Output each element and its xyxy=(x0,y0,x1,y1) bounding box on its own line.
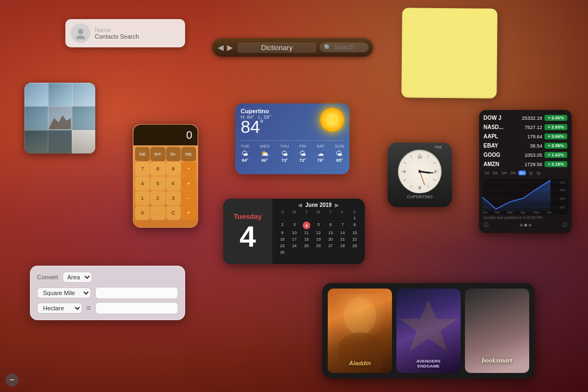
dict-back-icon[interactable]: ◀ xyxy=(217,43,225,52)
weather-sun-icon xyxy=(320,108,344,132)
time-btn-2y[interactable]: 2y xyxy=(535,170,541,175)
stock-name-nasd: NASD... xyxy=(483,124,506,130)
calc-btn-9[interactable]: 9 xyxy=(166,162,181,176)
calendar-header: ◀ June 2019 ▶ xyxy=(277,202,360,208)
calendar-grid: ◀ June 2019 ▶ S M T W T F S 1 2 3 4 5 6 … xyxy=(272,199,365,264)
sticky-note[interactable] xyxy=(401,8,497,99)
clock-city-label: CUPERTINO xyxy=(407,194,433,199)
stock-change-dowj: + 2.06% xyxy=(544,115,567,121)
time-btn-1w[interactable]: 1w xyxy=(492,170,499,175)
aladdin-title: Aladdin xyxy=(328,360,392,366)
svg-text:Jun: Jun xyxy=(547,211,552,214)
converter-to-input[interactable] xyxy=(95,302,178,314)
svg-point-1 xyxy=(76,35,85,39)
calendar-date-num: 4 xyxy=(240,222,256,251)
calc-btn-5[interactable]: 5 xyxy=(150,176,165,191)
avengers-poster: AVENGERSENDGAME xyxy=(396,289,461,373)
calendar-today[interactable]: 4 xyxy=(303,222,310,229)
calc-buttons: mc m+ m- mc 7 8 9 ÷ 4 5 6 × 1 2 3 − 0 . … xyxy=(133,145,198,222)
contacts-search-label: Contacts Search xyxy=(95,33,180,40)
stock-row-dowj[interactable]: DOW J 25332.18 + 2.06% xyxy=(479,113,572,122)
converter-to-unit[interactable]: Hectare xyxy=(37,303,82,314)
calc-btn-3[interactable]: 3 xyxy=(166,191,181,205)
weather-day-sun: SUN 🌤 85° xyxy=(335,144,344,163)
calc-btn-1[interactable]: 1 xyxy=(135,191,150,205)
calc-btn-mminus[interactable]: m- xyxy=(166,147,181,161)
svg-line-13 xyxy=(411,156,412,158)
photo-cell-6 xyxy=(72,106,95,130)
dict-forward-icon[interactable]: ▶ xyxy=(226,43,234,52)
calc-display: 0 xyxy=(133,125,198,145)
photo-widget[interactable] xyxy=(24,83,95,154)
stock-row-ebay[interactable]: EBAY 36.54 + 2.58% xyxy=(479,141,572,150)
calc-btn-0[interactable]: 0 xyxy=(135,206,150,220)
stocks-widget: DOW J 25332.18 + 2.06% NASD... 7527.12 +… xyxy=(479,110,572,233)
svg-point-21 xyxy=(419,170,421,173)
avengers-title: AVENGERSENDGAME xyxy=(396,359,461,369)
svg-text:Jan: Jan xyxy=(482,211,488,214)
weather-day-tue: TUE 🌤 84° xyxy=(241,144,249,163)
dict-search-input[interactable] xyxy=(334,44,372,51)
stock-row-goog[interactable]: GOOG 1053.05 + 1.62% xyxy=(479,150,572,160)
converter-from-unit[interactable]: Square Mile xyxy=(37,287,91,298)
svg-line-10 xyxy=(404,180,406,181)
converter-equals: = xyxy=(87,304,91,313)
calc-btn-subtract[interactable]: − xyxy=(181,191,196,205)
svg-text:May: May xyxy=(534,211,540,214)
time-btn-1d[interactable]: 1d xyxy=(483,170,490,175)
movie-card-booksmart[interactable]: booksmart xyxy=(465,289,529,373)
converter-type-select[interactable]: Area xyxy=(63,272,92,283)
contacts-text: Name Contacts Search xyxy=(95,27,180,40)
contacts-widget: Name Contacts Search xyxy=(65,19,185,47)
svg-line-7 xyxy=(428,185,430,187)
svg-text:Apr: Apr xyxy=(520,211,525,214)
stock-change-amzn: + 2.18% xyxy=(544,161,567,167)
calc-btn-clear[interactable]: C xyxy=(166,206,181,220)
calc-btn-decimal[interactable]: . xyxy=(150,206,165,220)
dict-nav[interactable]: ◀ ▶ xyxy=(217,43,234,52)
calc-btn-mc2[interactable]: mc xyxy=(135,147,150,161)
calc-btn-6[interactable]: 6 xyxy=(166,176,181,191)
weather-forecast: TUE 🌤 84° WED ⛅ 86° THU 🌤 73° FRI 🌤 72° … xyxy=(241,140,344,163)
cal-next-icon[interactable]: ▶ xyxy=(335,202,339,208)
stock-row-nasd[interactable]: NASD... 7527.12 + 2.65% xyxy=(479,122,572,132)
movies-widget: Aladdin AVENGERSENDGAME booksmart xyxy=(322,283,535,378)
calc-btn-multiply[interactable]: × xyxy=(181,176,196,191)
calc-btn-mplus[interactable]: m+ xyxy=(150,147,165,161)
calc-btn-4[interactable]: 4 xyxy=(135,176,150,191)
movie-card-avengers[interactable]: AVENGERSENDGAME xyxy=(396,289,461,373)
stocks-expand-icon[interactable]: ⓘ xyxy=(562,222,567,229)
stock-row-aapl[interactable]: AAPL 179.64 + 3.66% xyxy=(479,132,572,141)
calendar-days-header: S M T W T F S xyxy=(277,210,360,214)
time-btn-3m[interactable]: 3m xyxy=(509,170,517,175)
time-btn-6m[interactable]: 6m xyxy=(518,170,526,175)
stock-name-amzn: AMZN xyxy=(483,161,506,167)
stock-change-aapl: + 3.66% xyxy=(544,133,567,139)
stock-name-ebay: EBAY xyxy=(483,143,506,149)
time-btn-1y[interactable]: 1y xyxy=(528,170,534,175)
svg-text:6: 6 xyxy=(419,186,421,189)
cal-prev-icon[interactable]: ◀ xyxy=(298,202,302,208)
calc-btn-8[interactable]: 8 xyxy=(150,162,165,176)
stocks-chart: 212 189 165 142 Jan Feb Mar Apr May Jun xyxy=(482,179,568,215)
stock-name-aapl: AAPL xyxy=(483,133,506,139)
svg-text:3: 3 xyxy=(434,170,436,174)
calc-btn-add[interactable]: + xyxy=(181,206,196,220)
calc-btn-mc[interactable]: mc xyxy=(181,147,196,161)
converter-from-input[interactable] xyxy=(95,287,178,299)
stocks-time-row: 1d 1w 1m 3m 6m 1y 2y xyxy=(479,169,572,177)
calc-btn-7[interactable]: 7 xyxy=(135,162,150,176)
stock-change-goog: + 1.62% xyxy=(544,152,567,158)
stocks-info-icon[interactable]: ⓘ xyxy=(483,222,488,229)
calc-btn-divide[interactable]: ÷ xyxy=(181,162,196,176)
movie-card-aladdin[interactable]: Aladdin xyxy=(328,289,392,373)
minus-button[interactable]: − xyxy=(5,373,19,387)
weather-day-sat: SAT ☁ 78° xyxy=(316,144,324,163)
dict-search-bar[interactable]: 🔍 xyxy=(320,42,369,52)
time-btn-1m[interactable]: 1m xyxy=(500,170,508,175)
stock-price-aapl: 179.64 xyxy=(514,134,542,139)
dictionary-select[interactable]: Dictionary xyxy=(237,42,316,53)
stocks-dots xyxy=(520,224,531,226)
calc-btn-2[interactable]: 2 xyxy=(150,191,165,205)
stock-row-amzn[interactable]: AMZN 1729.56 + 2.18% xyxy=(479,160,572,169)
